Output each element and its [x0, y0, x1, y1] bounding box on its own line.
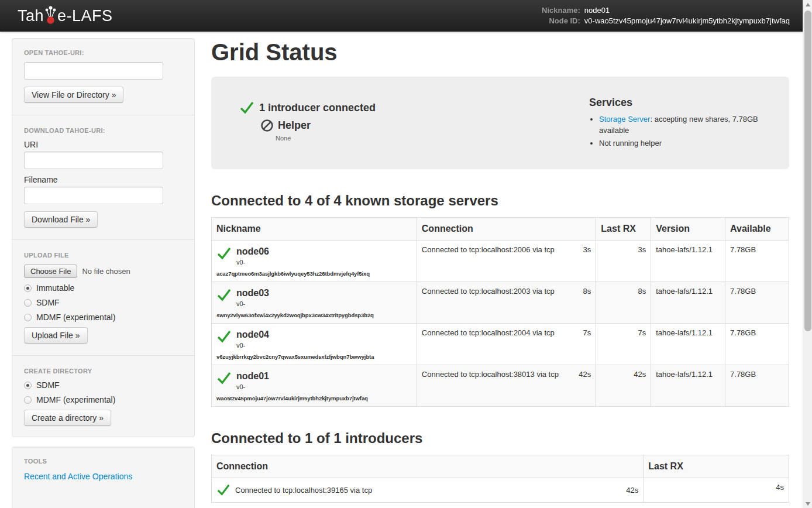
connection-text: Connected to tcp:localhost:2003 via tcp — [422, 287, 555, 296]
radio-immutable[interactable]: Immutable — [24, 283, 183, 293]
divider — [12, 355, 194, 356]
vertical-scrollbar[interactable] — [803, 0, 812, 508]
nickname-label: Nickname: — [542, 6, 580, 15]
connection-text: Connected to tcp:localhost:39165 via tcp — [235, 486, 621, 495]
last-rx-cell: 3s — [596, 241, 651, 282]
connection-text: Connected to tcp:localhost:38013 via tcp — [422, 370, 559, 379]
connection-text: Connected to tcp:localhost:2004 via tcp — [422, 328, 555, 337]
service-item-helper: Not running helper — [599, 138, 777, 149]
col-available: Available — [725, 218, 789, 241]
col-connection: Connection — [212, 455, 644, 478]
connection-cell: 7sConnected to tcp:localhost:2004 via tc… — [417, 324, 596, 365]
create-directory-button[interactable]: Create a directory » — [24, 410, 111, 426]
no-helper-icon — [260, 119, 274, 132]
introducer-status-text: 1 introducer connected — [259, 102, 376, 114]
check-icon — [216, 246, 232, 261]
connection-age: 8s — [583, 287, 591, 296]
connection-age: 7s — [583, 328, 591, 337]
download-file-button[interactable]: Download File » — [24, 211, 98, 228]
available-cell: 7.78GB — [725, 324, 789, 365]
server-id: wao5tzv45pmoju47jow7rvl4ukirjm5ytbh2kjty… — [216, 392, 412, 401]
tools-label: TOOLS — [24, 458, 183, 465]
node-id-value: v0-wao5tzv45pmoju47jow7rvl4ukirjm5ytbh2k… — [584, 16, 790, 26]
tools-panel: TOOLS Recent and Active Operations — [12, 447, 195, 508]
radio-mkdir-sdmf[interactable]: SDMF — [24, 380, 183, 390]
radio-button-icon[interactable] — [24, 314, 32, 321]
last-rx-cell: 42s — [596, 365, 651, 407]
server-id: acaz7qptmeo6m3asjlgkb6iwlyuqey53hz26tbdm… — [216, 267, 412, 277]
nickname-value: node01 — [584, 6, 790, 15]
col-connection: Connection — [417, 218, 596, 241]
server-nickname: node04 — [216, 328, 412, 341]
upload-file-button[interactable]: Upload File » — [24, 327, 88, 344]
actions-panel: OPEN TAHOE-URI: View File or Directory »… — [12, 38, 195, 437]
radio-button-icon[interactable] — [24, 382, 32, 389]
connection-cell: 3sConnected to tcp:localhost:2006 via tc… — [417, 241, 596, 282]
col-last-rx: Last RX — [596, 218, 651, 241]
connection-age: 3s — [583, 245, 591, 254]
last-rx-cell: 7s — [596, 324, 651, 365]
check-icon — [216, 287, 232, 303]
recent-operations-link[interactable]: Recent and Active Operations — [24, 472, 132, 481]
download-filename-input[interactable] — [24, 187, 163, 204]
server-id-prefix: v0- — [236, 300, 412, 308]
radio-mkdir-mdmf-label: MDMF (experimental) — [36, 395, 115, 404]
last-rx-cell: 8s — [596, 282, 651, 324]
scrollbar-down-arrow-icon[interactable] — [803, 499, 812, 508]
table-row: node04 v0- v6zuyjkbrrkqy2bvc2cny7qwax5sx… — [212, 324, 789, 365]
connection-age: 42s — [626, 486, 638, 495]
server-id: v6zuyjkbrrkqy2bvc2cny7qwax5sxumedsxfzfjw… — [216, 350, 412, 360]
grid-status-well: 1 introducer connected Helper None Servi… — [211, 77, 789, 169]
version-cell: tahoe-lafs/1.12.1 — [651, 365, 725, 407]
download-uri-input[interactable] — [24, 152, 163, 169]
radio-button-icon[interactable] — [24, 284, 32, 292]
divider — [12, 115, 194, 115]
nickname-cell: node06 v0- acaz7qptmeo6m3asjlgkb6iwlyuqe… — [212, 241, 417, 282]
storage-server-link[interactable]: Storage Server — [599, 115, 650, 123]
table-row: Connected to tcp:localhost:39165 via tcp… — [212, 478, 789, 503]
scrollbar-up-arrow-icon[interactable] — [803, 0, 812, 9]
radio-button-icon[interactable] — [24, 396, 32, 404]
upload-file-label: UPLOAD FILE — [24, 252, 183, 259]
brand-link[interactable]: Tah e-LAFS — [18, 5, 113, 27]
top-navbar: Tah e-LAFS Nickname: node01 Node ID: v0-… — [0, 0, 812, 32]
uri-field-label: URI — [24, 140, 183, 149]
introducers-heading: Connected to 1 of 1 introducers — [211, 430, 789, 447]
check-icon — [216, 483, 230, 497]
connection-cell: 42sConnected to tcp:localhost:38013 via … — [417, 365, 596, 407]
node-identity: Nickname: node01 Node ID: v0-wao5tzv45pm… — [542, 6, 790, 26]
view-file-button[interactable]: View File or Directory » — [24, 87, 123, 103]
check-icon — [239, 100, 254, 115]
col-last-rx: Last RX — [644, 455, 789, 478]
radio-upload-mdmf[interactable]: MDMF (experimental) — [24, 313, 183, 322]
open-uri-input[interactable] — [24, 62, 163, 80]
check-icon — [216, 329, 232, 344]
open-tahoe-uri-label: OPEN TAHOE-URI: — [24, 49, 183, 56]
choose-file-button[interactable]: Choose File — [24, 265, 77, 278]
last-rx-cell: 4s — [644, 478, 789, 503]
servers-heading: Connected to 4 of 4 known storage server… — [211, 193, 789, 209]
available-cell: 7.78GB — [725, 241, 789, 282]
nickname-cell: node04 v0- v6zuyjkbrrkqy2bvc2cny7qwax5sx… — [212, 324, 417, 365]
server-nickname: node01 — [216, 370, 412, 383]
server-nickname: node03 — [216, 287, 412, 300]
server-id-prefix: v0- — [236, 341, 412, 350]
radio-mkdir-mdmf[interactable]: MDMF (experimental) — [24, 395, 183, 404]
file-chosen-status: No file chosen — [82, 267, 130, 276]
services-title: Services — [589, 97, 777, 109]
table-header-row: Nickname Connection Last RX Version Avai… — [212, 218, 789, 241]
radio-button-icon[interactable] — [24, 299, 32, 307]
table-row: node01 v0- wao5tzv45pmoju47jow7rvl4ukirj… — [212, 365, 789, 407]
scrollbar-thumb[interactable] — [804, 11, 811, 331]
brand-text-suffix: e-LAFS — [57, 7, 113, 25]
grid-health-summary: 1 introducer connected Helper None — [239, 90, 589, 156]
table-row: node06 v0- acaz7qptmeo6m3asjlgkb6iwlyuqe… — [212, 241, 789, 282]
nickname-cell: node03 v0- swny2viyw63ofxwi4x2yykd2woqjb… — [212, 282, 417, 324]
radio-upload-sdmf[interactable]: SDMF — [24, 298, 183, 307]
page-title: Grid Status — [211, 38, 789, 66]
divider — [12, 239, 194, 240]
helper-value: None — [276, 135, 589, 142]
col-version: Version — [651, 218, 725, 241]
download-tahoe-uri-label: DOWNLOAD TAHOE-URI: — [24, 127, 183, 134]
server-id-prefix: v0- — [236, 258, 412, 267]
